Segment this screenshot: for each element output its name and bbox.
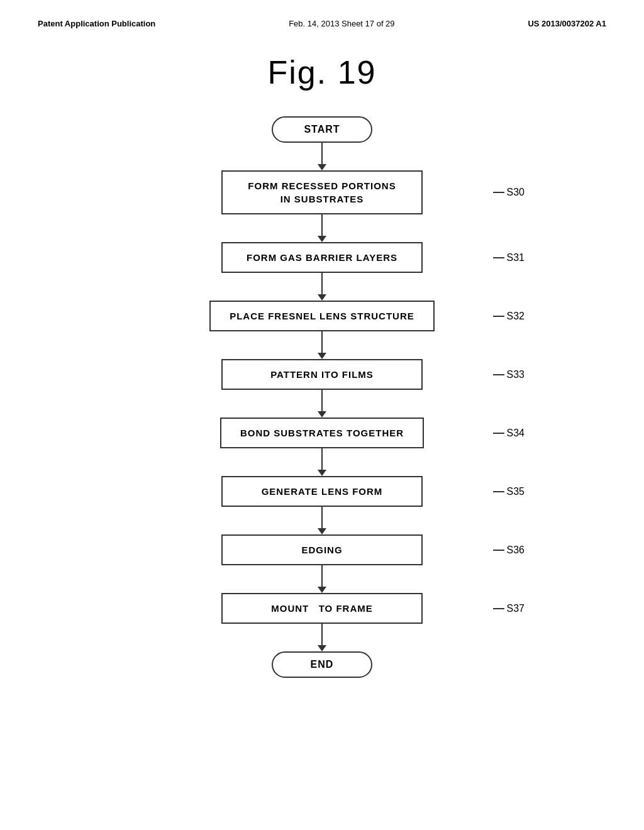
start-terminal: START: [272, 116, 372, 143]
step-s32-box: PLACE FRESNEL LENS STRUCTURE: [209, 301, 435, 331]
arrow-line: [321, 273, 323, 294]
end-row: END: [38, 651, 606, 678]
arrow-head: [318, 587, 326, 593]
arrow-s31-s32: [318, 273, 326, 301]
step-s37-label: S37: [493, 603, 525, 614]
step-s32-label: S32: [493, 311, 525, 322]
arrow-head: [318, 411, 326, 418]
step-s34-label: S34: [493, 428, 525, 439]
arrow-line: [321, 214, 323, 236]
arrow-head: [318, 528, 326, 534]
arrow-head: [318, 236, 326, 242]
step-s33-box: PATTERN ITO FILMS: [221, 359, 423, 390]
step-s35-box: GENERATE LENS FORM: [221, 476, 423, 507]
step-s32-row: PLACE FRESNEL LENS STRUCTURE S32: [38, 301, 606, 331]
arrow-head: [318, 645, 326, 651]
arrow-s33-s34: [318, 390, 326, 418]
page-header: Patent Application Publication Feb. 14, …: [38, 19, 606, 35]
arrow-s37-end: [318, 624, 326, 651]
step-s31-box: FORM GAS BARRIER LAYERS: [221, 242, 423, 273]
step-s37-row: MOUNT TO FRAME S37: [38, 593, 606, 624]
figure-title: Fig. 19: [38, 53, 606, 91]
page: Patent Application Publication Feb. 14, …: [0, 0, 644, 830]
arrow-head: [318, 470, 326, 476]
header-left: Patent Application Publication: [38, 19, 155, 28]
step-s34-row: BOND SUBSTRATES TOGETHER S34: [38, 418, 606, 448]
step-s35-label: S35: [493, 486, 525, 497]
step-s30-row: FORM RECESSED PORTIONSIN SUBSTRATES S30: [38, 170, 606, 214]
step-s34-box: BOND SUBSTRATES TOGETHER: [220, 418, 424, 448]
step-s35-row: GENERATE LENS FORM S35: [38, 476, 606, 507]
arrow-s36-s37: [318, 565, 326, 593]
arrow-head: [318, 353, 326, 359]
arrow-head: [318, 164, 326, 170]
arrow-line: [321, 624, 323, 645]
arrow-line: [321, 143, 323, 164]
header-right: US 2013/0037202 A1: [528, 19, 606, 28]
arrow-start-s30: [318, 143, 326, 170]
arrow-line: [321, 507, 323, 528]
step-s30-label: S30: [493, 187, 525, 198]
step-s31-label: S31: [493, 252, 525, 263]
arrow-head: [318, 294, 326, 301]
arrow-s35-s36: [318, 507, 326, 534]
header-middle: Feb. 14, 2013 Sheet 17 of 29: [289, 19, 394, 28]
arrow-s32-s33: [318, 331, 326, 359]
arrow-s34-s35: [318, 448, 326, 476]
start-row: START: [38, 116, 606, 143]
arrow-s30-s31: [318, 214, 326, 242]
step-s36-box: EDGING: [221, 534, 423, 565]
end-terminal: END: [272, 651, 372, 678]
step-s36-row: EDGING S36: [38, 534, 606, 565]
step-s33-row: PATTERN ITO FILMS S33: [38, 359, 606, 390]
step-s36-label: S36: [493, 545, 525, 556]
flowchart: START FORM RECESSED PORTIONSIN SUBSTRATE…: [38, 116, 606, 678]
step-s37-box: MOUNT TO FRAME: [221, 593, 423, 624]
step-s33-label: S33: [493, 369, 525, 380]
step-s30-box: FORM RECESSED PORTIONSIN SUBSTRATES: [221, 170, 423, 214]
arrow-line: [321, 331, 323, 353]
arrow-line: [321, 390, 323, 411]
arrow-line: [321, 448, 323, 470]
step-s31-row: FORM GAS BARRIER LAYERS S31: [38, 242, 606, 273]
arrow-line: [321, 565, 323, 587]
